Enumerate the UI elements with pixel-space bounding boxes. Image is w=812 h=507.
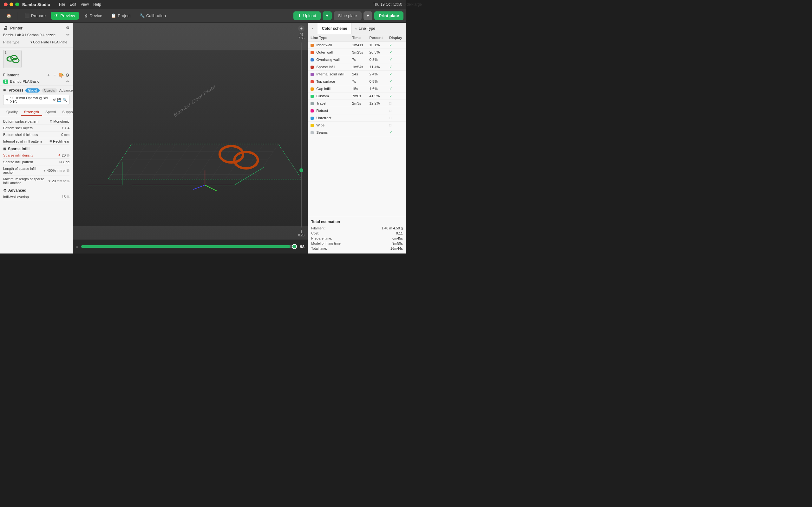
line-type-row[interactable]: Seams ✓: [308, 129, 406, 136]
project-button[interactable]: 📋 Project: [107, 12, 134, 20]
line-type-row[interactable]: Custom 7m0s 41.9% ✓: [308, 93, 406, 100]
setting-value[interactable]: ⊠ Rectilinear: [49, 139, 69, 143]
layer-slider-bar[interactable]: [81, 245, 297, 248]
check-icon[interactable]: ✓: [389, 72, 392, 76]
close-button[interactable]: [4, 3, 8, 6]
line-type-percent: 0.8%: [367, 56, 387, 63]
line-type-row[interactable]: Outer wall 3m23s 20.3% ✓: [308, 49, 406, 56]
panel-collapse-button[interactable]: ‹: [308, 26, 317, 31]
printer-icon: 🖨: [3, 25, 8, 31]
line-type-row[interactable]: Travel 2m3s 12.2% □: [308, 100, 406, 107]
plate-thumbnail-1[interactable]: 1: [3, 50, 21, 68]
line-type-row[interactable]: Top surface 7s 0.8% ✓: [308, 78, 406, 85]
line-type-row[interactable]: Inner wall 1m41s 10.1% ✓: [308, 42, 406, 49]
setting-value[interactable]: ▼ 400% mm or %: [43, 169, 69, 172]
menu-edit[interactable]: Edit: [69, 2, 76, 7]
menu-view[interactable]: View: [81, 2, 89, 7]
tab-strength[interactable]: Strength: [21, 108, 42, 116]
check-icon[interactable]: ✓: [389, 57, 392, 62]
v-slider-thumb[interactable]: [299, 168, 303, 172]
plate-type-value[interactable]: Cool Plate / PLA Plate: [33, 40, 67, 44]
check-icon[interactable]: ✓: [389, 43, 392, 47]
calibration-button[interactable]: 🔧 Calibration: [136, 12, 170, 20]
line-type-display[interactable]: □: [387, 107, 406, 114]
tag-objects[interactable]: Objects: [42, 89, 57, 93]
line-type-display[interactable]: ✓: [387, 85, 406, 93]
v-slider-track[interactable]: [301, 43, 302, 228]
line-type-display[interactable]: □: [387, 100, 406, 107]
tab-quality[interactable]: Quality: [3, 108, 21, 116]
search-icon[interactable]: 🔍: [63, 98, 67, 102]
line-type-display[interactable]: □: [387, 122, 406, 129]
line-type-row[interactable]: Retract □: [308, 107, 406, 114]
line-type-row[interactable]: Unretract □: [308, 114, 406, 122]
line-type-row[interactable]: Internal solid infill 24s 2.4% ✓: [308, 71, 406, 78]
line-type-display[interactable]: ✓: [387, 129, 406, 136]
color-scheme-tab[interactable]: Color scheme: [317, 23, 352, 34]
line-type-display[interactable]: ✓: [387, 49, 406, 56]
line-type-row[interactable]: Wipe □: [308, 122, 406, 129]
minimize-button[interactable]: [9, 3, 13, 6]
line-type-display[interactable]: ✓: [387, 93, 406, 100]
check-icon[interactable]: ✓: [389, 130, 392, 135]
device-button[interactable]: 🖨 Device: [80, 12, 106, 20]
menu-file[interactable]: File: [59, 2, 65, 7]
uncheck-icon[interactable]: □: [389, 116, 392, 120]
line-type-toggle-icon: ○: [355, 26, 357, 31]
uncheck-icon[interactable]: □: [389, 123, 392, 127]
preview-button[interactable]: 👁 Preview: [51, 12, 79, 20]
filament-edit-icon[interactable]: ✏: [66, 79, 69, 83]
slice-arrow-button[interactable]: ▼: [363, 11, 373, 20]
check-icon[interactable]: ✓: [389, 79, 392, 83]
check-icon[interactable]: ✓: [389, 94, 392, 98]
prepare-button[interactable]: ⬛ Prepare: [20, 12, 49, 20]
filament-settings-button[interactable]: ⚙: [65, 72, 69, 78]
line-type-display[interactable]: ✓: [387, 56, 406, 63]
tab-speed[interactable]: Speed: [42, 108, 59, 116]
filament-palette-button[interactable]: 🎨: [58, 72, 64, 78]
line-type-row[interactable]: Sparse infill 1m54s 11.4% ✓: [308, 63, 406, 71]
home-button[interactable]: 🏠: [3, 12, 15, 20]
line-type-display[interactable]: □: [387, 114, 406, 122]
upload-button[interactable]: ⬆ Upload: [293, 11, 320, 20]
upload-arrow-button[interactable]: ▼: [322, 11, 332, 20]
project-icon: 📋: [111, 13, 116, 18]
line-type-display[interactable]: ✓: [387, 42, 406, 49]
line-type-row[interactable]: Gap infill 15s 1.6% ✓: [308, 85, 406, 93]
printer-gear-icon[interactable]: ⚙: [66, 26, 69, 30]
line-type-tab[interactable]: ○ Line Type: [352, 26, 378, 31]
printer-edit-icon[interactable]: ✏: [66, 33, 69, 37]
line-type-display[interactable]: ✓: [387, 78, 406, 85]
line-type-row[interactable]: Overhang wall 7s 0.8% ✓: [308, 56, 406, 63]
tag-global[interactable]: Global: [26, 89, 40, 93]
add-filament-button[interactable]: ＋: [46, 72, 51, 78]
check-icon[interactable]: ✓: [389, 87, 392, 91]
menu-help[interactable]: Help: [93, 2, 101, 7]
line-type-display[interactable]: ✓: [387, 63, 406, 71]
remove-filament-button[interactable]: －: [52, 72, 57, 78]
window-controls: [4, 3, 19, 6]
print-plate-button[interactable]: Print plate: [374, 11, 403, 20]
reset-icon[interactable]: ↺: [53, 98, 56, 102]
check-icon[interactable]: ✓: [389, 65, 392, 69]
uncheck-icon[interactable]: □: [389, 101, 392, 106]
v-slider-plus[interactable]: ＋: [298, 25, 305, 32]
slice-plate-button[interactable]: Slice plate: [334, 11, 362, 20]
line-type-color: [310, 73, 314, 76]
setting-value[interactable]: ⊠ Monotonic: [50, 119, 69, 123]
line-type-time: 1m41s: [350, 42, 367, 49]
maximize-button[interactable]: [15, 3, 19, 6]
total-row-label: Prepare time:: [311, 236, 332, 240]
line-type-display[interactable]: ✓: [387, 71, 406, 78]
tab-support[interactable]: Support: [59, 108, 73, 116]
save-icon[interactable]: 💾: [57, 98, 61, 102]
check-icon[interactable]: ✓: [389, 50, 392, 55]
line-type-time: 7m0s: [350, 93, 367, 100]
filament-name: Bambu PLA Basic: [10, 79, 39, 83]
setting-value[interactable]: ▼ 20 mm or %: [48, 179, 69, 183]
filament-num-badge: 1: [3, 79, 8, 83]
slider-thumb[interactable]: [292, 244, 297, 249]
process-profile[interactable]: ▼ * 0.16mm Optimal @BBL X1C ↺ 💾 🔍: [3, 95, 69, 105]
uncheck-icon[interactable]: □: [389, 108, 392, 113]
setting-value[interactable]: ⊠ Grid: [59, 160, 69, 164]
